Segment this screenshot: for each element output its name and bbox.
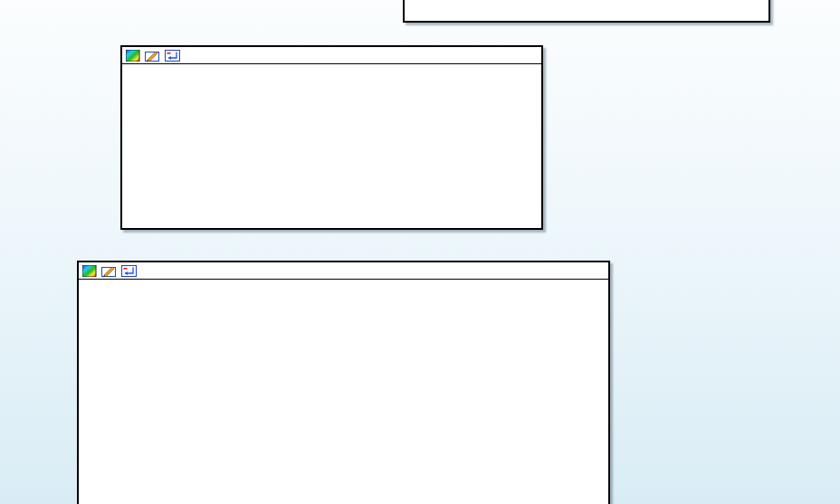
edit-pencil-icon[interactable]	[145, 50, 160, 62]
node-color-palette-icon[interactable]	[126, 50, 140, 62]
graph-node-loc-d0125c[interactable]	[120, 45, 543, 230]
xrefs-window-icon[interactable]	[165, 50, 180, 62]
edit-pencil-icon[interactable]	[101, 265, 117, 277]
graph-node-loc-d0127d[interactable]	[77, 261, 610, 504]
xrefs-window-icon[interactable]	[121, 265, 137, 277]
node-color-palette-icon[interactable]	[82, 265, 97, 277]
asm-rows	[79, 280, 608, 281]
node-titlebar	[122, 47, 541, 64]
node-titlebar	[79, 262, 608, 280]
graph-node-top[interactable]	[403, 0, 770, 23]
asm-rows	[122, 64, 541, 66]
graph-view-canvas	[0, 0, 840, 504]
